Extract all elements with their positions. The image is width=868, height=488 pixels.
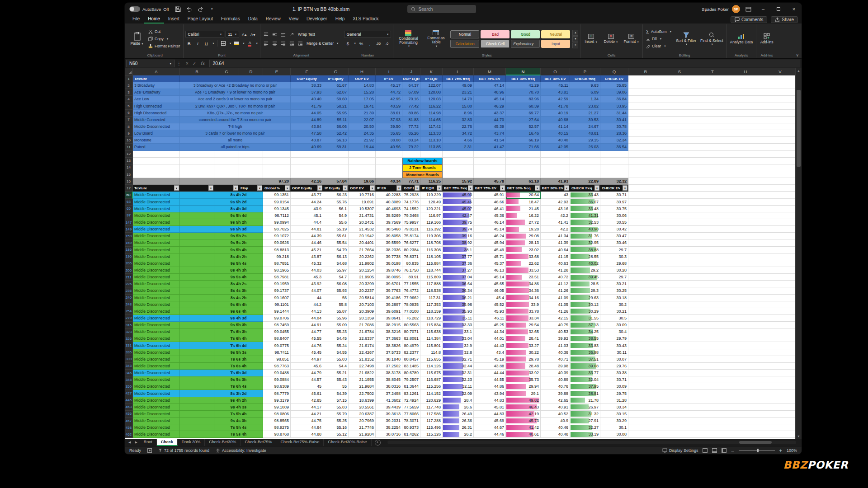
value-cell[interactable]: 57.15: [323, 397, 349, 404]
empty-cell[interactable]: [628, 363, 663, 370]
texture-name[interactable]: Ace+Broadway: [133, 89, 180, 96]
value-cell[interactable]: 116.392: [420, 226, 443, 233]
empty-cell[interactable]: [663, 219, 696, 226]
filter-header[interactable]: IP Equity▼: [323, 185, 349, 192]
value-cell[interactable]: 80.8457: [402, 356, 420, 363]
bet30-freq-cell[interactable]: 23.02: [506, 247, 541, 253]
share-button[interactable]: Share: [771, 16, 798, 23]
empty-cell[interactable]: [628, 253, 663, 260]
empty-cell[interactable]: [474, 164, 506, 171]
value-cell[interactable]: 116.308: [420, 247, 443, 253]
empty-cell[interactable]: [628, 383, 663, 390]
empty-cell[interactable]: [762, 411, 795, 418]
cell-style-good[interactable]: Good: [511, 30, 540, 38]
empty-cell[interactable]: [402, 151, 420, 158]
texture-value[interactable]: 114.65: [420, 117, 443, 123]
value-cell[interactable]: 38.3178: [376, 370, 402, 376]
filter-header[interactable]: ▼: [180, 185, 214, 192]
bet75-freq-cell[interactable]: 37.36: [443, 260, 474, 267]
empty-cell[interactable]: [696, 376, 729, 383]
quick-access-menu-icon[interactable]: ▾: [208, 5, 216, 13]
empty-cell[interactable]: [729, 103, 762, 110]
format-as-table-button[interactable]: Format as Table▼: [423, 29, 449, 48]
empty-cell[interactable]: [762, 301, 795, 308]
empty-cell[interactable]: [729, 185, 762, 192]
empty-cell[interactable]: [663, 363, 696, 370]
texture-name[interactable]: Low Board: [133, 130, 180, 137]
empty-cell[interactable]: [729, 212, 762, 219]
summary-value[interactable]: 32.32: [600, 178, 628, 185]
value-cell[interactable]: 54.9: [323, 212, 349, 219]
global-pct-cell[interactable]: 99.1072: [263, 233, 291, 239]
empty-cell[interactable]: [762, 267, 795, 274]
global-pct-cell[interactable]: 99.3179: [263, 397, 291, 404]
value-cell[interactable]: 19.5307: [349, 206, 376, 212]
bet30-ev-cell[interactable]: 40.72: [541, 274, 570, 281]
borders-icon[interactable]: [220, 40, 227, 47]
bet30-freq-cell[interactable]: 29.94: [506, 383, 541, 390]
empty-cell[interactable]: [762, 226, 795, 233]
value-cell[interactable]: 80.91: [402, 274, 420, 281]
value-cell[interactable]: 44.84: [291, 424, 323, 431]
global-pct-cell[interactable]: 98.8565: [263, 418, 291, 424]
empty-cell[interactable]: [696, 151, 729, 158]
fill-button[interactable]: Fill▼: [645, 36, 673, 42]
value-cell[interactable]: 115.834: [420, 322, 443, 328]
texture-value[interactable]: 69.77: [506, 110, 541, 117]
texture-cell[interactable]: Middle Disconnected: [133, 233, 180, 239]
empty-cell[interactable]: [696, 281, 729, 287]
value-cell[interactable]: 21.7086: [349, 322, 376, 328]
value-cell[interactable]: 44.76: [291, 342, 323, 349]
cell[interactable]: [180, 253, 214, 260]
bet75-freq-cell[interactable]: 39.16: [443, 233, 474, 239]
empty-cell[interactable]: [663, 192, 696, 198]
bold-button[interactable]: B: [185, 40, 193, 47]
empty-cell[interactable]: [729, 82, 762, 89]
bet30-ev-cell[interactable]: 43: [541, 192, 570, 198]
global-pct-cell[interactable]: 98.7411: [263, 349, 291, 356]
value-cell[interactable]: 55.12: [323, 431, 349, 438]
flop-cell[interactable]: 9s 4h 3d: [214, 315, 263, 322]
row-header-2[interactable]: 2: [125, 82, 133, 89]
empty-cell[interactable]: [628, 322, 663, 328]
cell[interactable]: [180, 383, 214, 390]
texture-value[interactable]: 83.96: [506, 96, 541, 103]
orientation-icon[interactable]: [288, 31, 295, 38]
value-cell[interactable]: 55.25: [323, 418, 349, 424]
check-ev-cell[interactable]: 30.15: [600, 411, 628, 418]
row-header-16[interactable]: 16: [125, 178, 133, 185]
check-freq-cell[interactable]: 32.27: [570, 424, 600, 431]
empty-cell[interactable]: [239, 171, 263, 178]
value-cell[interactable]: 39.8746: [376, 267, 402, 274]
value-cell[interactable]: 44.04: [291, 315, 323, 322]
value-cell[interactable]: 21.4532: [349, 226, 376, 233]
bet75-freq-cell[interactable]: 39.75: [443, 219, 474, 226]
bet30-ev-cell[interactable]: 41.12: [541, 281, 570, 287]
row-header-455[interactable]: 455: [125, 411, 133, 418]
texture-value[interactable]: 40.15: [541, 130, 570, 137]
value-cell[interactable]: 22.6337: [349, 335, 376, 342]
empty-cell[interactable]: [729, 308, 762, 315]
cell[interactable]: [180, 239, 214, 246]
empty-cell[interactable]: [663, 342, 696, 349]
value-cell[interactable]: 44.4: [291, 219, 323, 226]
empty-cell[interactable]: [323, 164, 349, 171]
texture-cell[interactable]: Middle Disconnected: [133, 267, 180, 274]
check-freq-cell[interactable]: 38.88: [570, 247, 600, 253]
filter-header[interactable]: OOP EV▼: [349, 185, 376, 192]
texture-value[interactable]: 60.39: [506, 103, 541, 110]
texture-value[interactable]: 113.10: [420, 137, 443, 144]
empty-cell[interactable]: [570, 151, 600, 158]
texture-value[interactable]: 6.09: [570, 89, 600, 96]
namebox-kebab-icon[interactable]: ⋮: [177, 61, 181, 66]
empty-cell[interactable]: [729, 370, 762, 376]
empty-cell[interactable]: [180, 171, 214, 178]
cell[interactable]: [180, 233, 214, 239]
empty-cell[interactable]: [762, 247, 795, 253]
sheet-tab-root[interactable]: Root: [140, 439, 157, 446]
texture-value[interactable]: 39.53: [570, 117, 600, 123]
empty-cell[interactable]: [729, 89, 762, 96]
row-header-13[interactable]: 13: [125, 158, 133, 164]
value-cell[interactable]: 54.39: [323, 390, 349, 397]
empty-cell[interactable]: [663, 117, 696, 123]
